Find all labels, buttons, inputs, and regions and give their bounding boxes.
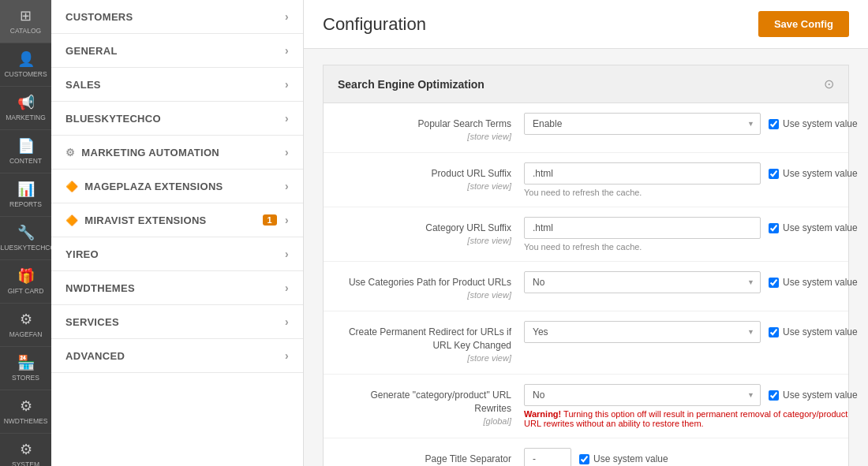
miravist-badge: 1 xyxy=(263,214,277,226)
system-value-checkbox[interactable] xyxy=(769,119,779,129)
nav-label-miravist: MIRAVIST EXTENSIONS xyxy=(84,214,206,226)
system-value-checkbox[interactable] xyxy=(769,223,779,233)
seo-section-title: Search Engine Optimization xyxy=(338,78,485,91)
scope-tag: [global] xyxy=(338,416,511,427)
sidebar-item-nwdthemes[interactable]: ⚙ NWDTHEMES xyxy=(0,390,51,434)
product-url-suffix-input[interactable] xyxy=(524,162,761,185)
nav-item-customers[interactable]: CUSTOMERS › xyxy=(51,0,303,34)
nav-label-marketing-automation: MARKETING AUTOMATION xyxy=(81,147,219,158)
use-system-value-cat-path[interactable]: Use system value xyxy=(769,277,858,288)
page-title-separator-label: Page Title Separator [store view] xyxy=(338,448,511,466)
chevron-down-icon: › xyxy=(285,281,289,294)
system-value-checkbox[interactable] xyxy=(579,454,589,464)
nav-label-customers: CUSTOMERS xyxy=(65,11,133,23)
config-nav-panel: CUSTOMERS › GENERAL › SALES › BLUESKYTEC… xyxy=(51,0,304,466)
nav-item-services[interactable]: SERVICES › xyxy=(51,305,303,339)
use-system-value-cat-url[interactable]: Use system value xyxy=(769,222,858,233)
sidebar-item-label: BLUESKYTECHCO xyxy=(0,244,51,252)
sidebar-item-magefan[interactable]: ⚙ MAGEFAN xyxy=(0,304,51,347)
reports-icon: 📊 xyxy=(17,181,35,198)
sidebar-item-label: STORES xyxy=(12,374,39,382)
marketing-automation-icon: ⚙ xyxy=(65,147,75,158)
sidebar-item-reports[interactable]: 📊 REPORTS xyxy=(0,173,51,217)
category-url-suffix-input[interactable] xyxy=(524,217,761,239)
sidebar-item-label: CATALOG xyxy=(10,27,41,35)
chevron-down-icon: › xyxy=(285,146,289,158)
popular-search-terms-select[interactable]: Enable Disable xyxy=(524,113,761,135)
sidebar-item-label: NWDTHEMES xyxy=(4,417,48,425)
sidebar-item-stores[interactable]: 🏪 STORES xyxy=(0,347,51,390)
save-config-button[interactable]: Save Config xyxy=(758,11,849,37)
use-system-value-product-url[interactable]: Use system value xyxy=(769,168,858,179)
chevron-down-icon: › xyxy=(285,112,289,125)
sidebar-item-blueskytechco[interactable]: 🔧 BLUESKYTECHCO xyxy=(0,217,51,260)
scope-tag: [store view] xyxy=(338,289,511,301)
sidebar-item-system[interactable]: ⚙ SYSTEM xyxy=(0,434,51,466)
sidebar-item-marketing[interactable]: 📢 MARKETING xyxy=(0,87,51,130)
nav-label-advanced: ADVANCED xyxy=(65,350,125,362)
use-system-value-redirect[interactable]: Use system value xyxy=(769,326,858,337)
popular-search-terms-control: Enable Disable Use system value xyxy=(524,113,858,135)
magefan-icon: ⚙ xyxy=(20,311,32,328)
system-value-label: Use system value xyxy=(783,390,858,401)
use-categories-path-select[interactable]: No Yes xyxy=(524,271,761,293)
nav-item-nwdthemes[interactable]: NWDTHEMES › xyxy=(51,271,303,305)
chevron-down-icon: › xyxy=(285,44,289,57)
chevron-down-icon: › xyxy=(285,248,289,260)
stores-icon: 🏪 xyxy=(17,354,35,371)
generate-url-rewrites-row: Generate "category/product" URL Rewrites… xyxy=(324,375,848,438)
chevron-down-icon: › xyxy=(285,214,289,226)
use-categories-path-control: No Yes Use system value xyxy=(524,271,858,293)
create-redirect-row: Create Permanent Redirect for URLs if UR… xyxy=(324,311,848,375)
nav-item-yireo[interactable]: YIREO › xyxy=(51,237,303,271)
create-redirect-label: Create Permanent Redirect for URLs if UR… xyxy=(338,321,511,364)
system-icon: ⚙ xyxy=(20,441,32,458)
nav-label-sales: SALES xyxy=(65,79,101,91)
use-categories-path-label: Use Categories Path for Product URLs [st… xyxy=(338,271,511,301)
giftcard-icon: 🎁 xyxy=(17,267,35,285)
sidebar-item-label: REPORTS xyxy=(9,200,42,208)
use-system-value-title-sep[interactable]: Use system value xyxy=(579,453,668,464)
nav-item-general[interactable]: GENERAL › xyxy=(51,34,303,68)
use-system-value-popular[interactable]: Use system value xyxy=(769,118,858,129)
sidebar-item-content[interactable]: 📄 CONTENT xyxy=(0,130,51,173)
use-system-value-rewrites[interactable]: Use system value xyxy=(769,390,858,401)
seo-section-header[interactable]: Search Engine Optimization ⊙ xyxy=(324,65,848,103)
sidebar-item-giftcard[interactable]: 🎁 GIFT CARD xyxy=(0,260,51,304)
page-title-separator-input[interactable] xyxy=(524,448,571,466)
page-title-separator-control: Use system value xyxy=(524,448,834,466)
generate-url-rewrites-control: No Yes Use system value Warning! Turning… xyxy=(524,384,858,428)
sidebar-item-customers[interactable]: 👤 CUSTOMERS xyxy=(0,43,51,87)
popular-search-terms-row: Popular Search Terms [store view] Enable… xyxy=(324,103,848,153)
content-icon: 📄 xyxy=(17,137,35,155)
system-value-checkbox[interactable] xyxy=(769,327,779,337)
system-value-label: Use system value xyxy=(783,326,858,337)
system-value-label: Use system value xyxy=(783,168,858,179)
blueskytechco-icon: 🔧 xyxy=(17,224,35,241)
system-value-label: Use system value xyxy=(783,118,858,129)
url-rewrites-warning: Warning! Turning this option off will re… xyxy=(524,409,858,428)
nav-item-blueskytechco[interactable]: BLUESKYTECHCO › xyxy=(51,102,303,136)
nav-item-advanced[interactable]: ADVANCED › xyxy=(51,339,303,373)
product-url-suffix-hint: You need to refresh the cache. xyxy=(524,188,858,197)
system-value-checkbox[interactable] xyxy=(769,278,779,288)
create-redirect-select[interactable]: Yes No xyxy=(524,321,761,343)
product-url-suffix-row: Product URL Suffix [store view] Use syst… xyxy=(324,153,848,207)
chevron-down-icon: › xyxy=(285,10,289,23)
nav-item-marketing-automation[interactable]: ⚙ MARKETING AUTOMATION › xyxy=(51,136,303,170)
popular-search-terms-label: Popular Search Terms [store view] xyxy=(338,113,511,143)
nav-item-mageplaza[interactable]: 🔶 MAGEPLAZA EXTENSIONS › xyxy=(51,170,303,203)
collapse-icon: ⊙ xyxy=(824,76,834,91)
nav-item-miravist[interactable]: 🔶 MIRAVIST EXTENSIONS 1 › xyxy=(51,203,303,237)
nav-item-sales[interactable]: SALES › xyxy=(51,68,303,102)
scope-tag: [store view] xyxy=(338,131,511,143)
system-value-checkbox[interactable] xyxy=(769,169,779,179)
system-value-label: Use system value xyxy=(593,453,668,464)
sidebar-item-catalog[interactable]: ⊞ CATALOG xyxy=(0,0,51,43)
generate-url-rewrites-label: Generate "category/product" URL Rewrites… xyxy=(338,384,511,427)
miravist-icon: 🔶 xyxy=(65,214,78,226)
category-url-suffix-label: Category URL Suffix [store view] xyxy=(338,217,511,247)
system-value-checkbox[interactable] xyxy=(769,390,779,401)
main-content: Configuration Save Config Search Engine … xyxy=(304,0,868,466)
generate-url-rewrites-select[interactable]: No Yes xyxy=(524,384,761,406)
